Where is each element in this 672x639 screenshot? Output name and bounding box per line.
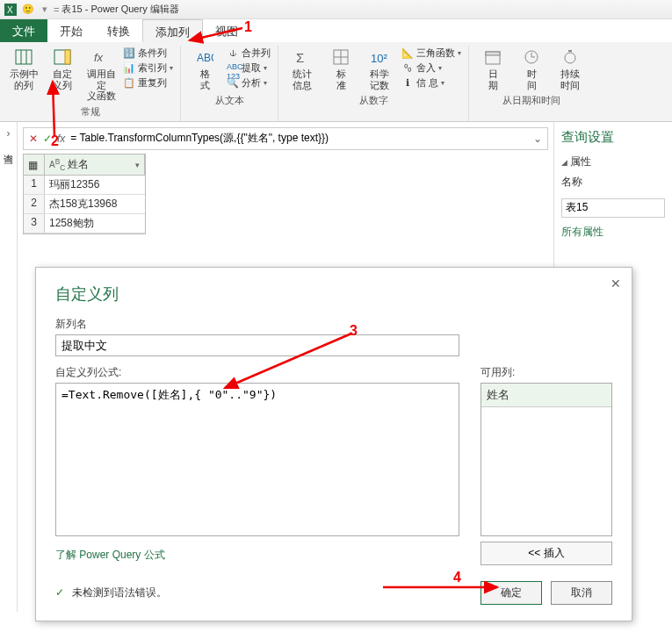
svg-text:ABC: ABC (197, 52, 213, 64)
index-column-button[interactable]: 📊索引列▾ (123, 62, 173, 75)
ok-button[interactable]: 确定 (481, 581, 542, 605)
title-bar: X 🙂 ▾ = 表15 - Power Query 编辑器 (0, 0, 672, 19)
close-icon[interactable]: ✕ (611, 276, 621, 291)
scientific-button[interactable]: 10² 科学记数 (363, 47, 396, 90)
tab-home[interactable]: 开始 (47, 19, 95, 42)
info-icon: ℹ (401, 77, 414, 90)
merge-columns-button[interactable]: ⫝合并列 (227, 47, 271, 60)
ribbon-group-general: 示例中的列 自定义列 fx 调用自定义函数 🔢条件列 📊索引列▾ 📋重复列 常规 (0, 46, 181, 121)
row-selector-header[interactable]: ▦ (24, 154, 45, 175)
duplicate-column-button[interactable]: 📋重复列 (123, 77, 173, 90)
svg-rect-20 (568, 50, 572, 52)
parse-button[interactable]: 🔍分析▾ (227, 77, 271, 90)
table-row[interactable]: 2 杰158克13968 (24, 195, 145, 214)
table-row[interactable]: 3 1258鲍勃 (24, 214, 145, 233)
conditional-column-button[interactable]: 🔢条件列 (123, 47, 173, 60)
all-properties-link[interactable]: 所有属性 (561, 225, 665, 240)
fx-label: fx (57, 133, 65, 145)
format-button[interactable]: ABC 格式 (188, 47, 221, 90)
new-column-name-label: 新列名 (55, 317, 612, 332)
group-label-number: 从数字 (285, 92, 461, 109)
insert-column-button[interactable]: << 插入 (481, 542, 612, 565)
table-row[interactable]: 1 玛丽12356 (24, 176, 145, 195)
info-button[interactable]: ℹ信息▾ (401, 77, 461, 90)
column-from-examples-button[interactable]: 示例中的列 (7, 47, 40, 102)
smiley-icon[interactable]: 🙂 (21, 3, 35, 17)
column-header-name[interactable]: ABC 姓名 ▾ (45, 154, 145, 175)
ribbon-tabs: 文件 开始 转换 添加列 视图 (0, 19, 672, 42)
format-icon: ABC (194, 47, 215, 67)
formula-input[interactable] (70, 133, 528, 145)
svg-text:fx: fx (94, 51, 104, 64)
custom-column-icon (52, 47, 73, 67)
cancel-formula-icon[interactable]: ✕ (29, 133, 38, 145)
ribbon-group-text: ABC 格式 ⫝合并列 ABC123提取▾ 🔍分析▾ 从文本 (181, 46, 278, 121)
extract-button[interactable]: ABC123提取▾ (227, 62, 271, 75)
ribbon-group-datetime: 日期 时间 持续时间 从日期和时间 (469, 46, 594, 121)
date-button[interactable]: 日期 (476, 47, 509, 90)
custom-column-button[interactable]: 自定义列 (46, 47, 79, 102)
svg-text:Σ: Σ (296, 50, 304, 65)
group-label-text: 从文本 (188, 92, 271, 109)
cond-icon: 🔢 (123, 47, 135, 60)
available-columns-label: 可用列: (481, 365, 612, 380)
calendar-icon (482, 47, 503, 67)
duration-button[interactable]: 持续时间 (553, 47, 587, 90)
name-label: 名称 (561, 175, 665, 190)
text-type-icon: ABC (49, 157, 65, 172)
svg-text:10²: 10² (371, 52, 387, 65)
ten-icon: 10² (369, 47, 390, 67)
custom-formula-textarea[interactable]: =Text.Remove([姓名],{ "0".."9"}) (55, 383, 459, 536)
tab-transform[interactable]: 转换 (95, 19, 142, 42)
available-columns-list[interactable]: 姓名 (481, 383, 612, 536)
invoke-custom-function-button[interactable]: fx 调用自定义函数 (84, 47, 118, 102)
rounding-button[interactable]: ⁰₀舍入▾ (401, 62, 461, 75)
parse-icon: 🔍 (227, 77, 239, 90)
queries-pane-collapsed[interactable]: › 查询 (0, 122, 18, 612)
statistics-button[interactable]: Σ 统计信息 (285, 47, 319, 90)
formula-dropdown-icon[interactable]: ⌄ (533, 133, 542, 145)
dialog-title: 自定义列 (55, 284, 612, 305)
standard-button[interactable]: 标准 (324, 47, 358, 90)
tab-file[interactable]: 文件 (0, 19, 47, 42)
group-label-general: 常规 (7, 104, 173, 120)
window-title: 表15 - Power Query 编辑器 (61, 3, 178, 16)
query-settings-title: 查询设置 (561, 129, 665, 146)
calc-icon (330, 47, 351, 67)
svg-rect-6 (65, 50, 70, 64)
tab-view[interactable]: 视图 (203, 19, 250, 42)
svg-rect-2 (16, 50, 32, 64)
tab-add-column[interactable]: 添加列 (142, 19, 203, 42)
check-icon: ✓ (55, 586, 64, 599)
index-icon: 📊 (123, 62, 135, 75)
round-icon: ⁰₀ (401, 62, 414, 75)
merge-icon: ⫝ (227, 47, 239, 60)
sigma-icon: Σ (292, 47, 313, 67)
svg-point-19 (565, 53, 575, 63)
column-filter-icon[interactable]: ▾ (135, 161, 140, 169)
learn-pq-formula-link[interactable]: 了解 Power Query 公式 (55, 548, 165, 563)
commit-formula-icon[interactable]: ✓ (43, 133, 52, 145)
time-button[interactable]: 时间 (515, 47, 548, 90)
data-preview-table: ▦ ABC 姓名 ▾ 1 玛丽12356 2 杰158克13968 3 1258… (23, 154, 146, 234)
stopwatch-icon (560, 47, 581, 67)
cancel-button[interactable]: 取消 (551, 581, 612, 605)
fx-icon: fx (90, 47, 112, 67)
custom-formula-label: 自定义列公式: (55, 365, 463, 380)
group-label-datetime: 从日期和时间 (476, 92, 587, 109)
formula-bar: ✕ ✓ fx ⌄ (23, 127, 548, 150)
ribbon: 示例中的列 自定义列 fx 调用自定义函数 🔢条件列 📊索引列▾ 📋重复列 常规… (0, 42, 672, 122)
expand-queries-icon[interactable]: › (7, 127, 11, 140)
properties-section-header[interactable]: 属性 (561, 154, 665, 169)
trig-icon: 📐 (401, 47, 414, 60)
query-name-input[interactable] (561, 198, 665, 218)
extract-icon: ABC123 (227, 62, 239, 75)
custom-column-dialog: ✕ 自定义列 新列名 自定义列公式: =Text.Remove([姓名],{ "… (35, 267, 632, 621)
new-column-name-input[interactable] (55, 334, 459, 356)
trig-button[interactable]: 📐三角函数▾ (401, 47, 461, 60)
syntax-status: ✓ 未检测到语法错误。 (55, 585, 167, 600)
available-column-item[interactable]: 姓名 (481, 384, 611, 407)
excel-icon: X (4, 3, 18, 17)
clock-icon (521, 47, 542, 67)
ribbon-group-number: Σ 统计信息 标准 10² 科学记数 📐三角函数▾ ⁰₀舍入▾ ℹ信息▾ 从数字 (278, 46, 469, 121)
